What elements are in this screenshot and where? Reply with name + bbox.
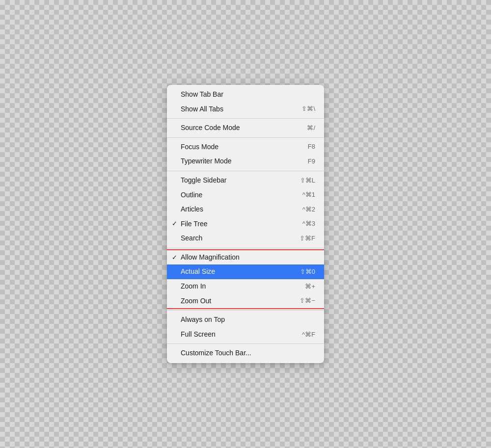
menu-item-label: Actual Size [181, 267, 285, 277]
menu-item-label: Outline [181, 190, 288, 200]
menu-item-shortcut: ^⌘3 [302, 219, 315, 228]
menu-item-label: Search [181, 234, 285, 243]
menu-item-customize-touch-bar[interactable]: Customize Touch Bar... [167, 346, 324, 361]
menu-item-label: Toggle Sidebar [181, 176, 285, 185]
menu-item-label: Show Tab Bar [181, 90, 315, 100]
menu-item-toggle-sidebar[interactable]: Toggle Sidebar⇧⌘L [167, 173, 324, 188]
checkmark-icon: ✓ [172, 253, 177, 262]
menu-item-label: Allow Magnification [181, 253, 315, 263]
menu-separator [167, 343, 324, 344]
menu-item-shortcut: ⇧⌘− [300, 296, 315, 305]
menu-item-full-screen[interactable]: Full Screen^⌘F [167, 327, 324, 342]
menu-item-label: Zoom In [181, 282, 290, 291]
menu-separator [167, 118, 324, 119]
menu-item-focus-mode[interactable]: Focus ModeF8 [167, 140, 324, 155]
menu-separator [167, 171, 324, 171]
menu-item-shortcut: ⇧⌘0 [300, 267, 315, 276]
menu-item-show-all-tabs[interactable]: Show All Tabs⇧⌘\ [167, 102, 324, 117]
menu-item-label: Typewriter Mode [181, 157, 293, 166]
menu-item-label: Show All Tabs [181, 105, 287, 114]
menu-item-outline[interactable]: Outline^⌘1 [167, 188, 324, 203]
menu-item-shortcut: ⇧⌘L [300, 176, 315, 185]
menu-item-shortcut: ⇧⌘F [300, 234, 315, 243]
menu-item-show-tab-bar[interactable]: Show Tab Bar [167, 87, 324, 102]
menu-item-search[interactable]: Search⇧⌘F [167, 231, 324, 246]
menu-item-zoom-out[interactable]: Zoom Out⇧⌘− [167, 294, 324, 309]
menu-item-shortcut: ⇧⌘\ [301, 105, 315, 113]
menu-separator [167, 310, 324, 311]
menu-item-label: Articles [181, 205, 288, 214]
menu-item-shortcut: ⌘+ [305, 282, 315, 291]
menu-item-actual-size[interactable]: Actual Size⇧⌘0 [167, 264, 324, 279]
menu-item-label: Source Code Mode [181, 123, 292, 133]
menu-item-label: Customize Touch Bar... [181, 348, 315, 358]
checkmark-icon: ✓ [172, 219, 177, 228]
menu-item-shortcut: F8 [308, 142, 315, 151]
menu-item-label: Always on Top [181, 315, 315, 325]
menu-item-shortcut: ⌘/ [307, 124, 315, 132]
menu-container: Show Tab BarShow All Tabs⇧⌘\Source Code … [167, 85, 324, 363]
menu-item-source-code-mode[interactable]: Source Code Mode⌘/ [167, 121, 324, 135]
menu-item-label: Focus Mode [181, 142, 293, 152]
menu-separator [167, 248, 324, 248]
menu-item-label: Full Screen [181, 330, 287, 340]
menu-item-shortcut: F9 [308, 157, 315, 166]
menu-item-shortcut: ^⌘1 [302, 190, 315, 199]
menu-item-always-on-top[interactable]: Always on Top [167, 313, 324, 327]
menu-item-file-tree[interactable]: ✓File Tree^⌘3 [167, 217, 324, 232]
menu-item-zoom-in[interactable]: Zoom In⌘+ [167, 279, 324, 294]
menu-separator [167, 137, 324, 138]
menu-item-typewriter-mode[interactable]: Typewriter ModeF9 [167, 154, 324, 169]
menu-item-shortcut: ^⌘2 [302, 205, 315, 214]
menu-item-shortcut: ^⌘F [302, 330, 315, 339]
menu-item-allow-magnification[interactable]: ✓Allow Magnification [167, 250, 324, 265]
context-menu: Show Tab BarShow All Tabs⇧⌘\Source Code … [167, 85, 324, 363]
menu-item-label: Zoom Out [181, 296, 285, 306]
menu-item-articles[interactable]: Articles^⌘2 [167, 202, 324, 217]
menu-item-label: File Tree [181, 219, 288, 229]
